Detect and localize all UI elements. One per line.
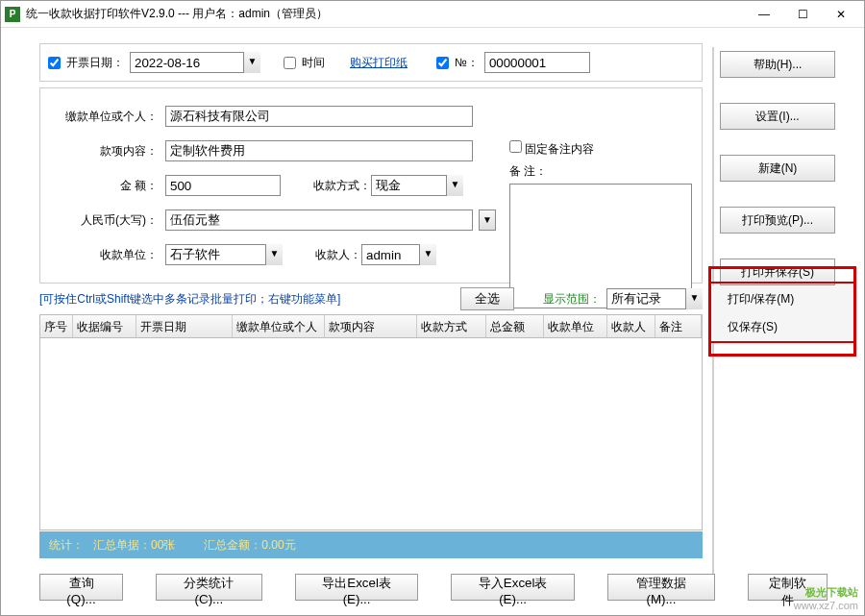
- col-content[interactable]: 款项内容: [325, 315, 417, 337]
- remark-area: 固定备注内容 备 注：: [509, 140, 732, 311]
- col-payer[interactable]: 缴款单位或个人: [233, 315, 325, 337]
- date-dropdown-icon[interactable]: ▼: [243, 52, 260, 73]
- manage-data-button[interactable]: 管理数据(M)...: [607, 574, 715, 601]
- col-unit[interactable]: 收款单位: [544, 315, 607, 337]
- range-label: 显示范围：: [543, 291, 601, 308]
- query-button[interactable]: 查询(Q)...: [39, 574, 123, 601]
- paytype-dropdown-icon[interactable]: ▼: [446, 175, 463, 196]
- no-input[interactable]: [484, 52, 590, 73]
- rmb-label: 人民币(大写)：: [52, 212, 158, 229]
- table-header: 序号 收据编号 开票日期 缴款单位或个人 款项内容 收款方式 总金额 收款单位 …: [40, 315, 702, 338]
- rmb-input[interactable]: [165, 209, 473, 231]
- payer-label: 缴款单位或个人：: [52, 109, 158, 125]
- stat-label: 统计：: [49, 537, 84, 554]
- no-label: №：: [455, 55, 479, 71]
- stat-amount: 汇总金额：0.00元: [204, 537, 295, 554]
- content-label: 款项内容：: [52, 143, 158, 160]
- sidebar: 帮助(H)... 设置(I)... 新建(N) 打印预览(P)... 打印并保存…: [720, 51, 845, 310]
- watermark-url: www.xz7.com: [794, 600, 858, 611]
- settings-button[interactable]: 设置(I)...: [720, 103, 835, 130]
- app-window: P 统一收款收据打印软件V2.9.0 --- 用户名：admin（管理员） — …: [0, 0, 865, 616]
- app-icon: P: [5, 7, 20, 22]
- col-date[interactable]: 开票日期: [136, 315, 233, 337]
- col-skr[interactable]: 收款人: [607, 315, 655, 337]
- select-all-button[interactable]: 全选: [460, 287, 514, 310]
- form-area: 开票日期： ▼ 时间 购买打印纸 №： 缴款单位或个人：: [39, 43, 703, 283]
- close-button[interactable]: ✕: [822, 2, 860, 27]
- col-receipt-no[interactable]: 收据编号: [73, 315, 136, 337]
- print-save-split: 打印并保存(S) 打印/保存(M) 仅保存(S): [720, 259, 845, 310]
- content-input[interactable]: [165, 140, 473, 161]
- range-dropdown-icon[interactable]: ▼: [685, 288, 703, 309]
- amount-label: 金 额：: [52, 178, 158, 194]
- amount-input[interactable]: [165, 175, 281, 196]
- payer-input[interactable]: [165, 106, 473, 127]
- no-checkbox[interactable]: [436, 57, 449, 69]
- hint-text: [可按住Ctrl或Shift键选中多条记录批量打印；右键功能菜单]: [39, 291, 460, 308]
- bottom-toolbar: 查询(Q)... 分类统计(C)... 导出Excel表(E)... 导入Exc…: [39, 574, 828, 601]
- col-remark[interactable]: 备注: [655, 315, 702, 337]
- invoice-date-label: 开票日期：: [66, 55, 124, 71]
- top-row: 开票日期： ▼ 时间 购买打印纸 №：: [39, 43, 703, 82]
- print-preview-button[interactable]: 打印预览(P)...: [720, 207, 835, 234]
- minimize-button[interactable]: —: [745, 2, 783, 27]
- client-area: 帮助(H)... 设置(I)... 新建(N) 打印预览(P)... 打印并保存…: [1, 28, 864, 615]
- maximize-button[interactable]: ☐: [783, 2, 822, 27]
- skr-dropdown-icon[interactable]: ▼: [419, 244, 436, 265]
- invoice-date-checkbox[interactable]: [48, 57, 61, 69]
- unit-dropdown-icon[interactable]: ▼: [265, 244, 283, 265]
- stat-button[interactable]: 分类统计(C)...: [156, 574, 262, 601]
- import-excel-button[interactable]: 导入Excel表(E)...: [451, 574, 575, 601]
- export-excel-button[interactable]: 导出Excel表(E)...: [295, 574, 419, 601]
- watermark: 极光下载站 www.xz7.com: [794, 585, 858, 611]
- skr-label: 收款人：: [315, 247, 361, 263]
- list-controls: [可按住Ctrl或Shift键选中多条记录批量打印；右键功能菜单] 全选 显示范…: [39, 287, 703, 310]
- buy-paper-link[interactable]: 购买打印纸: [350, 55, 408, 71]
- help-button[interactable]: 帮助(H)...: [720, 51, 835, 78]
- menu-save-only[interactable]: 仅保存(S): [710, 313, 854, 341]
- window-title: 统一收款收据打印软件V2.9.0 --- 用户名：admin（管理员）: [26, 6, 745, 22]
- new-button[interactable]: 新建(N): [720, 155, 835, 182]
- form-box: 缴款单位或个人： 款项内容： 金 额： 收款方式： ▼: [39, 87, 703, 283]
- paytype-label: 收款方式：: [313, 178, 371, 194]
- records-table[interactable]: 序号 收据编号 开票日期 缴款单位或个人 款项内容 收款方式 总金额 收款单位 …: [39, 314, 703, 530]
- time-label: 时间: [302, 55, 325, 71]
- invoice-date-input[interactable]: [130, 52, 260, 73]
- fix-remark-checkbox[interactable]: [509, 140, 522, 153]
- unit-label: 收款单位：: [52, 247, 158, 263]
- status-bar: 统计： 汇总单据：00张 汇总金额：0.00元: [39, 531, 703, 558]
- col-paytype[interactable]: 收款方式: [417, 315, 486, 337]
- col-index[interactable]: 序号: [40, 315, 73, 337]
- watermark-brand: 极光下载站: [805, 586, 858, 598]
- rmb-dropdown-icon[interactable]: ▼: [479, 209, 496, 231]
- stat-count: 汇总单据：00张: [93, 537, 175, 554]
- col-total[interactable]: 总金额: [486, 315, 544, 337]
- fix-remark-label: 固定备注内容: [525, 142, 594, 156]
- titlebar: P 统一收款收据打印软件V2.9.0 --- 用户名：admin（管理员） — …: [1, 1, 864, 28]
- remark-label: 备 注：: [509, 163, 732, 180]
- time-checkbox[interactable]: [284, 57, 296, 69]
